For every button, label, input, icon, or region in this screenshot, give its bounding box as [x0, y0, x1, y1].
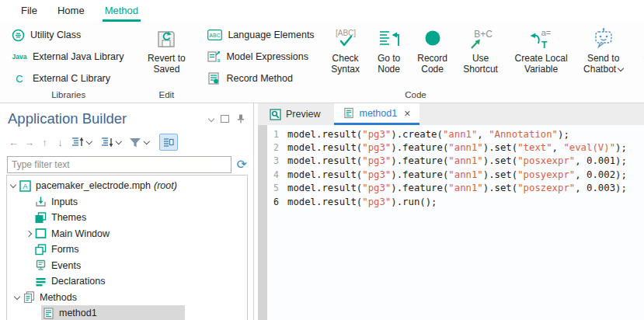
svg-text:ABC: ABC	[210, 33, 221, 38]
record-method-button[interactable]: Record Method	[204, 68, 318, 89]
report-view-icon	[163, 137, 174, 148]
create-local-variable-icon: a= T	[526, 25, 557, 53]
code-text: model.result("pg3").run();	[287, 197, 437, 207]
application-tree: A pacemaker_electrode.mph (root) Inputs	[6, 175, 248, 320]
check-syntax-button[interactable]: [ABC] Check Syntax	[325, 23, 367, 75]
tree-item-themes[interactable]: Themes	[7, 210, 247, 226]
line-number: 1	[267, 129, 279, 140]
application-builder-panel: Application Builder ← → ↑ ↓	[0, 103, 254, 320]
caret[interactable]	[7, 183, 19, 189]
external-java-library-button[interactable]: Java External Java Library	[8, 46, 127, 68]
code-editor[interactable]: 1model.result("pg3").create("ann1", "Ann…	[258, 125, 644, 320]
language-elements-label: Language Elements	[228, 30, 314, 40]
filter-button[interactable]	[127, 136, 154, 149]
back-arrow-icon[interactable]: ←	[7, 137, 20, 148]
close-tab-icon[interactable]: ×	[404, 109, 410, 118]
forward-arrow-icon[interactable]: →	[23, 137, 36, 148]
show-in-model-builder-toggle[interactable]	[159, 134, 178, 151]
tree-item-root[interactable]: A pacemaker_electrode.mph (root)	[7, 178, 247, 194]
send-to-chatbot-label: Send to Chatbot	[580, 53, 627, 75]
check-syntax-label: Check Syntax	[327, 53, 364, 75]
send-to-chatbot-button[interactable]: Send to Chatbot	[578, 23, 629, 75]
utility-class-button[interactable]: Utility Class	[8, 24, 85, 46]
tab-home[interactable]: Home	[47, 1, 95, 20]
caret[interactable]	[23, 231, 34, 236]
code-line[interactable]: 6model.result("pg3").run();	[267, 195, 644, 208]
editor-gutter	[258, 125, 267, 320]
code-line[interactable]: 2model.result("pg3").feature("ann1").set…	[267, 141, 644, 154]
tree-item-methods[interactable]: Methods	[7, 290, 247, 306]
chevron-down-icon	[618, 65, 624, 71]
model-expressions-button[interactable]: a= Model Expressions	[204, 46, 318, 68]
tree-item-declarations[interactable]: Declarations	[7, 273, 247, 290]
tab-method1[interactable]: method1 ×	[334, 103, 419, 125]
tree-item-label: Forms	[51, 244, 78, 255]
tree-toolbar: ← → ↑ ↓	[0, 129, 253, 153]
inputs-icon	[35, 196, 47, 207]
code-line[interactable]: 4model.result("pg3").feature("ann1").set…	[267, 168, 644, 181]
check-syntax-icon: [ABC]	[332, 25, 360, 53]
tree-item-method1[interactable]: method1	[7, 305, 247, 320]
c-language-icon: C	[12, 73, 27, 85]
go-to-node-label: Go to Node	[372, 53, 406, 75]
tree-item-label: Themes	[51, 212, 86, 223]
tree-root-suffix: (root)	[154, 180, 177, 191]
external-c-library-button[interactable]: C External C Library	[8, 68, 114, 89]
pin-icon[interactable]	[236, 114, 245, 123]
code-lines: 1model.result("pg3").create("ann1", "Ann…	[267, 127, 644, 208]
model-expressions-icon: a=	[207, 50, 221, 63]
ribbon-group-code: ABC Language Elements a=	[200, 23, 630, 103]
move-down-arrow-icon[interactable]: ↓	[54, 137, 67, 148]
record-code-button[interactable]: Record Code	[412, 23, 454, 75]
code-text: model.result("pg3").create("ann1", "Anno…	[287, 129, 569, 140]
code-line[interactable]: 3model.result("pg3").feature("ann1").set…	[267, 155, 644, 168]
caret[interactable]	[11, 294, 23, 301]
revert-to-saved-button[interactable]: Revert to Saved	[138, 23, 194, 75]
tab-method[interactable]: Method	[95, 1, 148, 20]
funnel-icon	[129, 137, 141, 148]
editor-tab-bar: Preview method1 ×	[258, 103, 644, 125]
tree-item-label: pacemaker_electrode.mph	[36, 180, 151, 191]
go-to-node-button[interactable]: Go to Node	[370, 23, 409, 75]
tree-item-label: Main Window	[51, 228, 110, 239]
filter-input[interactable]	[7, 156, 231, 173]
window-icon	[35, 228, 47, 239]
group-label-empty	[635, 99, 644, 103]
utility-class-icon	[12, 29, 25, 42]
tab-method1-label: method1	[359, 108, 397, 119]
record-code-label: Record Code	[414, 53, 451, 75]
panel-menu-chevron-icon[interactable]	[209, 113, 214, 125]
tree-item-events[interactable]: Events	[7, 258, 247, 274]
external-c-library-label: External C Library	[33, 73, 110, 84]
move-up-arrow-icon[interactable]: ↑	[38, 137, 51, 148]
create-local-variable-label: Create Local Variable	[510, 53, 573, 75]
continue-button[interactable]: Continue	[637, 23, 644, 64]
tree-item-inputs[interactable]: Inputs	[7, 194, 247, 210]
collapse-list-button[interactable]	[99, 135, 126, 149]
line-number: 4	[267, 169, 279, 180]
ribbon-group-libraries: Utility Class Java External Java Library…	[5, 23, 132, 103]
language-elements-button[interactable]: ABC Language Elements	[204, 24, 318, 46]
expand-list-button[interactable]	[69, 135, 96, 149]
method-document-icon	[43, 308, 54, 319]
tab-file[interactable]: File	[11, 1, 47, 20]
record-method-icon	[207, 72, 221, 85]
utility-class-label: Utility Class	[30, 30, 81, 40]
code-line[interactable]: 5model.result("pg3").feature("ann1").set…	[267, 182, 644, 195]
code-line[interactable]: 1model.result("pg3").create("ann1", "Ann…	[267, 127, 644, 141]
float-window-icon[interactable]	[221, 115, 229, 123]
use-shortcut-button[interactable]: B+C Use Shortcut	[457, 23, 505, 75]
tree-item-forms[interactable]: Forms	[7, 242, 247, 258]
use-shortcut-icon: B+C	[465, 25, 496, 53]
create-local-variable-button[interactable]: a= T Create Local Variable	[508, 23, 575, 75]
tree-item-main-window[interactable]: Main Window	[7, 226, 247, 242]
revert-to-saved-label: Revert to Saved	[141, 53, 192, 75]
chevron-down-icon	[144, 138, 150, 144]
tree-item-label: Declarations	[51, 276, 105, 287]
line-number: 5	[267, 183, 279, 193]
svg-text:B+C: B+C	[474, 29, 493, 40]
svg-text:A: A	[23, 183, 27, 190]
refresh-icon[interactable]: ⟳	[237, 158, 247, 171]
ribbon-tab-bar: File Home Method	[0, 0, 644, 21]
tab-preview[interactable]: Preview	[260, 103, 329, 125]
